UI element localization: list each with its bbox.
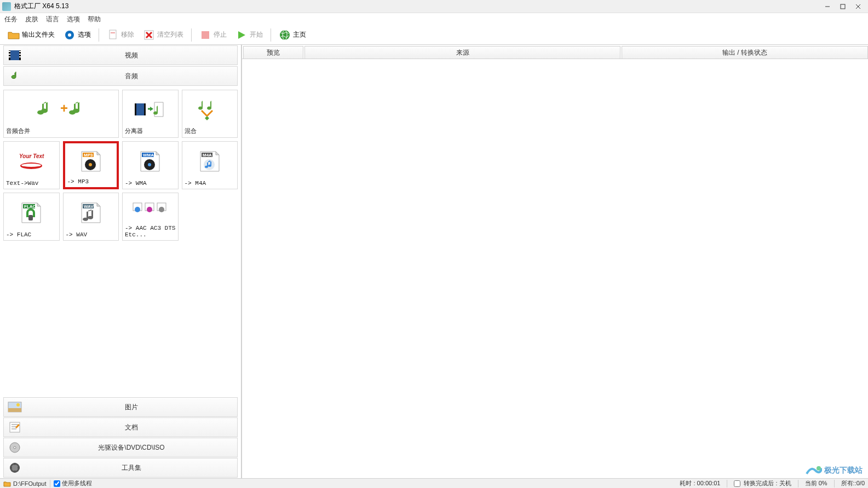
svg-point-51 [159, 207, 164, 212]
category-tools[interactable]: 工具集 [3, 458, 238, 478]
svg-rect-21 [19, 54, 21, 55]
audio-merge-icon: + [6, 92, 116, 126]
audio-tiles: + 音频合并 分离器 混合 Your Text Text->Wav MP3 ->… [0, 86, 241, 397]
category-doc-label: 文档 [26, 423, 237, 432]
category-audio[interactable]: 音频 [3, 66, 238, 86]
all-progress-label: 所有::0/0 [841, 479, 865, 487]
stop-button[interactable]: 停止 [196, 27, 230, 43]
menu-options[interactable]: 选项 [67, 15, 80, 24]
menu-lang[interactable]: 语言 [46, 15, 59, 24]
svg-text:WMA: WMA [143, 153, 154, 158]
stop-icon [199, 29, 211, 41]
tile-splitter-label: 分离器 [125, 126, 176, 135]
svg-point-47 [135, 207, 140, 212]
tile-mp3[interactable]: MP3 -> MP3 [63, 141, 119, 189]
disc-icon [7, 441, 22, 454]
svg-point-5 [68, 33, 71, 37]
task-list[interactable] [242, 59, 868, 478]
category-image[interactable]: 图片 [3, 397, 238, 417]
category-audio-label: 音频 [26, 72, 237, 81]
doc-icon [7, 421, 22, 434]
clear-list-button[interactable]: 清空列表 [140, 27, 187, 43]
menu-task[interactable]: 任务 [4, 15, 18, 24]
mp3-icon: MP3 [67, 146, 115, 177]
tile-aac-etc[interactable]: -> AAC AC3 DTS Etc... [122, 193, 179, 241]
svg-text:M4A: M4A [203, 153, 212, 158]
right-panel: 预览 来源 输出 / 转换状态 [242, 45, 868, 478]
svg-rect-25 [135, 103, 136, 115]
svg-point-49 [147, 207, 152, 212]
close-button[interactable] [850, 1, 866, 12]
col-preview[interactable]: 预览 [243, 46, 303, 59]
maximize-button[interactable] [835, 1, 850, 12]
menu-help[interactable]: 帮助 [88, 15, 101, 24]
category-doc[interactable]: 文档 [3, 417, 238, 437]
remove-label: 移除 [121, 30, 134, 39]
after-done-label: 转换完成后 : 关机 [744, 479, 791, 487]
tile-mp3-label: -> MP3 [67, 177, 115, 185]
svg-point-54 [16, 403, 20, 406]
output-path[interactable]: D:\FFOutput [13, 480, 47, 487]
text-wav-icon: Your Text [6, 144, 57, 179]
svg-rect-55 [10, 422, 20, 432]
svg-rect-19 [9, 56, 10, 57]
start-button[interactable]: 开始 [232, 27, 266, 43]
clear-label: 清空列表 [157, 30, 183, 39]
col-output[interactable]: 输出 / 转换状态 [622, 46, 868, 59]
tools-icon [7, 461, 22, 474]
tile-mix-label: 混合 [185, 126, 235, 135]
m4a-icon: M4A [185, 144, 235, 179]
category-video[interactable]: 视频 [3, 45, 238, 65]
tile-wma-label: -> WMA [125, 179, 176, 187]
tile-flac-label: -> FLAC [6, 230, 57, 238]
remove-button[interactable]: 移除 [104, 27, 137, 43]
left-panel: 视频 音频 + 音频合并 分离器 混合 Your Text Text->Wav [0, 45, 242, 478]
svg-text:MP3: MP3 [84, 153, 93, 158]
svg-text:Your Text: Your Text [19, 153, 44, 159]
start-label: 开始 [250, 30, 263, 39]
tile-audio-merge[interactable]: + 音频合并 [3, 90, 119, 138]
svg-rect-53 [8, 408, 21, 412]
tile-wma[interactable]: WMA -> WMA [122, 141, 179, 189]
globe-icon [279, 29, 291, 41]
tile-m4a[interactable]: M4A -> M4A [182, 141, 238, 189]
output-folder-label: 输出文件夹 [22, 30, 55, 39]
tile-wav[interactable]: WAV -> WAV [63, 193, 119, 241]
category-image-label: 图片 [26, 403, 237, 412]
shutdown-checkbox[interactable] [734, 480, 740, 487]
tile-flac[interactable]: FLAC -> FLAC [3, 193, 60, 241]
image-icon [7, 400, 22, 414]
svg-rect-20 [19, 51, 21, 52]
tile-mix[interactable]: 混合 [182, 90, 238, 138]
svg-rect-11 [202, 31, 209, 39]
status-folder-icon[interactable] [3, 480, 11, 487]
tile-splitter[interactable]: 分离器 [122, 90, 179, 138]
category-video-label: 视频 [26, 51, 237, 60]
note-icon [7, 69, 22, 83]
play-icon [235, 29, 248, 41]
options-button[interactable]: 选项 [60, 27, 94, 43]
svg-rect-18 [9, 54, 10, 55]
svg-point-33 [89, 163, 92, 166]
multithread-checkbox[interactable] [54, 480, 60, 487]
svg-rect-17 [9, 51, 10, 52]
menu-skin[interactable]: 皮肤 [25, 15, 38, 24]
category-tools-label: 工具集 [26, 463, 237, 473]
column-headers: 预览 来源 输出 / 转换状态 [242, 46, 868, 59]
minimize-button[interactable] [820, 1, 835, 12]
wma-icon: WMA [125, 144, 176, 179]
titlebar: 格式工厂 X64 5.13 [0, 0, 868, 13]
aac-etc-icon [125, 195, 176, 224]
svg-rect-22 [19, 56, 21, 57]
app-icon [2, 2, 11, 11]
col-source[interactable]: 来源 [304, 46, 620, 59]
tile-aac-etc-label: -> AAC AC3 DTS Etc... [125, 224, 176, 238]
tile-text-wav[interactable]: Your Text Text->Wav [3, 141, 60, 189]
home-button[interactable]: 主页 [275, 27, 309, 43]
category-disc-label: 光驱设备\DVD\CD\ISO [26, 443, 237, 452]
output-folder-button[interactable]: 输出文件夹 [4, 27, 58, 43]
toolbar: 输出文件夹 选项 移除 清空列表 停止 开始 主页 [0, 25, 868, 45]
svg-point-62 [12, 464, 18, 471]
svg-rect-26 [144, 103, 146, 115]
category-disc[interactable]: 光驱设备\DVD\CD\ISO [3, 438, 238, 457]
